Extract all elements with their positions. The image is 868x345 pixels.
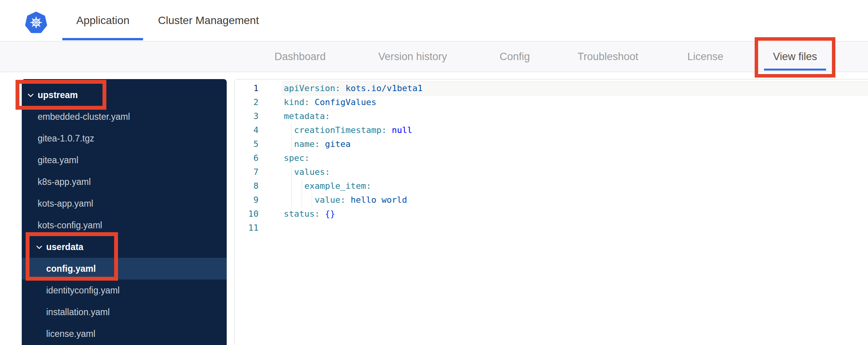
tree-item-embedded-cluster.yaml[interactable]: embedded-cluster.yaml <box>22 106 227 128</box>
tree-item-installation.yaml[interactable]: installation.yaml <box>22 301 227 323</box>
tree-item-userdata[interactable]: userdata <box>22 236 227 258</box>
file-label: kots-config.yaml <box>38 220 102 231</box>
code-text: creationTimestamp: null <box>294 123 412 137</box>
tab-cluster-management[interactable]: Cluster Management <box>158 0 259 41</box>
line-number: 11 <box>234 221 259 235</box>
subnav-tab-version-history[interactable]: Version history <box>378 41 447 72</box>
line-number: 6 <box>234 151 259 165</box>
code-line-3: 3metadata: <box>234 109 868 123</box>
file-label: k8s-app.yaml <box>38 177 91 187</box>
file-label: kots-app.yaml <box>38 198 93 209</box>
subnav-tab-troubleshoot[interactable]: Troubleshoot <box>578 41 639 72</box>
subnav-tab-label: Version history <box>378 51 447 63</box>
subnav-tab-label: Dashboard <box>274 51 326 63</box>
code-line-1: 1apiVersion: kots.io/v1beta1 <box>234 81 868 95</box>
code-line-11: 11 <box>234 221 868 235</box>
app-header: Application Cluster Management <box>0 0 868 41</box>
file-label: installation.yaml <box>46 307 110 317</box>
kubernetes-logo <box>25 12 47 34</box>
line-number: 4 <box>234 123 259 137</box>
tree-item-license.yaml[interactable]: license.yaml <box>22 323 227 345</box>
subnav-tab-label: Config <box>500 51 530 63</box>
line-number: 7 <box>234 165 259 179</box>
indent-guide <box>291 123 292 137</box>
indent-guide <box>291 193 292 207</box>
tree-item-gitea.yaml[interactable]: gitea.yaml <box>22 149 227 171</box>
file-label: gitea.yaml <box>38 155 78 166</box>
file-label: gitea-1.0.7.tgz <box>38 133 94 144</box>
tab-cluster-management-label: Cluster Management <box>158 14 259 27</box>
active-tab-underline <box>62 38 143 40</box>
tree-item-kots-app.yaml[interactable]: kots-app.yaml <box>22 193 227 214</box>
kots-admin-console: Application Cluster Management Dashboard… <box>0 0 868 345</box>
code-text: value: hello world <box>314 193 407 207</box>
code-text: spec: <box>284 151 309 165</box>
code-text: apiVersion: kots.io/v1beta1 <box>284 81 423 95</box>
indent-guide <box>291 137 292 151</box>
folder-label: upstream <box>38 90 78 100</box>
chevron-down-icon <box>28 93 34 98</box>
subnav-tab-license[interactable]: License <box>687 41 723 72</box>
file-label: license.yaml <box>46 329 95 339</box>
indent-guide <box>302 193 302 207</box>
chevron-down-icon <box>36 245 42 250</box>
code-text: name: gitea <box>294 137 351 151</box>
code-line-8: 8example_item: <box>234 179 868 193</box>
code-text: metadata: <box>284 109 330 123</box>
code-text: status: {} <box>284 207 335 221</box>
folder-label: userdata <box>46 242 83 252</box>
subnav-tab-label: Troubleshoot <box>578 51 639 63</box>
code-line-5: 5name: gitea <box>234 137 868 151</box>
code-line-9: 9value: hello world <box>234 193 868 207</box>
line-number: 3 <box>234 109 259 123</box>
file-label: embedded-cluster.yaml <box>38 112 130 122</box>
line-number: 10 <box>234 207 259 221</box>
line-number: 8 <box>234 179 259 193</box>
tree-item-config.yaml[interactable]: config.yaml <box>22 258 227 279</box>
tree-item-upstream[interactable]: upstream <box>22 84 227 106</box>
subnav-tab-label: View files <box>773 51 817 63</box>
file-label: config.yaml <box>46 264 96 274</box>
indent-guide <box>291 179 292 193</box>
code-line-6: 6spec: <box>234 151 868 165</box>
app-subnav: DashboardVersion historyConfigTroublesho… <box>0 41 868 72</box>
tree-item-gitea-1.0.7.tgz[interactable]: gitea-1.0.7.tgz <box>22 128 227 149</box>
tab-application[interactable]: Application <box>76 0 130 41</box>
line-number: 5 <box>234 137 259 151</box>
tab-application-label: Application <box>76 14 130 27</box>
file-tree-sidebar: upstreamembedded-cluster.yamlgitea-1.0.7… <box>22 79 227 345</box>
line-number: 9 <box>234 193 259 207</box>
code-text: values: <box>294 165 330 179</box>
subnav-tab-dashboard[interactable]: Dashboard <box>274 41 326 72</box>
file-label: identityconfig.yaml <box>46 285 120 296</box>
tree-item-identityconfig.yaml[interactable]: identityconfig.yaml <box>22 279 227 301</box>
line-number: 1 <box>234 81 259 95</box>
tree-item-kots-config.yaml[interactable]: kots-config.yaml <box>22 214 227 236</box>
line-number: 2 <box>234 95 259 109</box>
code-line-7: 7values: <box>234 165 868 179</box>
active-subnav-underline <box>764 69 826 71</box>
subnav-tab-label: License <box>687 51 723 63</box>
subnav-tab-config[interactable]: Config <box>500 41 530 72</box>
tree-item-k8s-app.yaml[interactable]: k8s-app.yaml <box>22 171 227 193</box>
indent-guide <box>302 179 302 193</box>
code-line-4: 4creationTimestamp: null <box>234 123 868 137</box>
code-text: example_item: <box>304 179 371 193</box>
indent-guide <box>312 193 312 207</box>
indent-guide <box>291 165 292 179</box>
code-text: kind: ConfigValues <box>284 95 376 109</box>
file-content-editor[interactable]: 1apiVersion: kots.io/v1beta12kind: Confi… <box>234 79 868 345</box>
code-line-2: 2kind: ConfigValues <box>234 95 868 109</box>
code-line-10: 10status: {} <box>234 207 868 221</box>
subnav-tab-view-files[interactable]: View files <box>773 41 817 72</box>
